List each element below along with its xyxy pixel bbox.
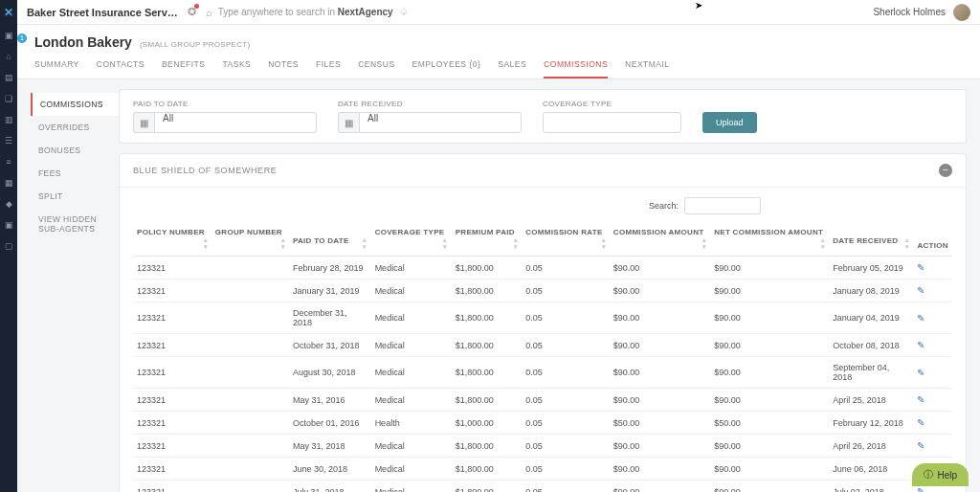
tab-benefits[interactable]: BENEFITS xyxy=(162,59,206,78)
nav-icon-reports[interactable]: ▥ xyxy=(4,115,13,124)
paid-to-date-label: PAID TO DATE xyxy=(133,100,317,108)
tab-summary[interactable]: SUMMARY xyxy=(34,59,79,78)
cursor-icon: ➤ xyxy=(695,0,702,11)
tab-tasks[interactable]: TASKS xyxy=(222,59,251,78)
calendar-icon[interactable]: ▦ xyxy=(133,112,154,133)
avatar[interactable] xyxy=(953,4,970,21)
edit-icon[interactable]: ✎ xyxy=(917,486,924,492)
top-bar: Baker Street Insurance Serv… ✪ ⌕ Type an… xyxy=(17,0,980,25)
table-row: 123321August 30, 2018Medical$1,800.000.0… xyxy=(133,357,952,389)
help-button[interactable]: ⓘ Help xyxy=(912,463,969,486)
edit-icon[interactable]: ✎ xyxy=(917,313,924,324)
collapse-icon[interactable]: − xyxy=(939,164,952,177)
nav-icon-contacts[interactable]: ▤ xyxy=(4,73,13,82)
filter-bar: PAID TO DATE ▦ All DATE RECEIVED ▦ All xyxy=(119,89,967,144)
table-row: 123321May 31, 2016Medical$1,800.000.05$9… xyxy=(133,389,952,412)
page-title: London Bakery xyxy=(34,34,132,50)
date-received-select[interactable]: All xyxy=(359,112,522,133)
nav-icon-briefcase[interactable]: ▣ xyxy=(4,220,13,230)
table-row: 123321October 01, 2016Health$1,000.000.0… xyxy=(133,412,952,435)
nav-icon-home[interactable]: ⌂ xyxy=(4,52,13,61)
edit-icon[interactable]: ✎ xyxy=(917,340,924,350)
current-user-name[interactable]: Sherlock Holmes xyxy=(873,7,946,17)
col-commission-amount[interactable]: COMMISSION AMOUNT▴▾ xyxy=(610,222,710,257)
page-subtitle: (SMALL GROUP PROSPECT) xyxy=(140,40,251,49)
subnav-commissions[interactable]: COMMISSIONS xyxy=(31,93,119,116)
notifications-icon[interactable]: ✪ xyxy=(188,6,196,18)
record-tabs: SUMMARYCONTACTSBENEFITSTASKSNOTESFILESCE… xyxy=(34,59,963,78)
calendar-icon[interactable]: ▦ xyxy=(338,112,359,133)
col-date-received[interactable]: DATE RECEIVED▴▾ xyxy=(829,222,913,257)
commissions-table: POLICY NUMBER▴▾GROUP NUMBER▴▾PAID TO DAT… xyxy=(133,222,952,492)
edit-icon[interactable]: ✎ xyxy=(917,262,924,273)
edit-icon[interactable]: ✎ xyxy=(917,285,924,296)
table-search-label: Search: xyxy=(649,201,679,211)
help-icon: ⓘ xyxy=(924,468,933,481)
subnav-fees[interactable]: FEES xyxy=(31,162,119,185)
nav-icon-money[interactable]: ≡ xyxy=(4,157,13,167)
paid-to-date-select[interactable]: All xyxy=(154,112,317,133)
tab-census[interactable]: CENSUS xyxy=(358,59,394,78)
nav-icon-dashboard[interactable]: ▣ xyxy=(4,31,13,40)
edit-icon[interactable]: ✎ xyxy=(917,394,924,405)
nav-icon-team[interactable]: ▦ xyxy=(4,178,13,188)
tab-files[interactable]: FILES xyxy=(316,59,341,78)
agency-name[interactable]: Baker Street Insurance Serv… xyxy=(27,7,178,18)
table-row: 123321October 31, 2018Medical$1,800.000.… xyxy=(133,334,952,357)
col-commission-rate[interactable]: COMMISSION RATE▴▾ xyxy=(522,222,610,257)
app-logo[interactable]: ✕ xyxy=(2,6,15,19)
tab-commissions[interactable]: COMMISSIONS xyxy=(544,59,608,78)
subnav-bonuses[interactable]: BONUSES xyxy=(31,139,119,162)
search-icon[interactable]: ⌕ xyxy=(206,7,212,18)
col-premium-paid[interactable]: PREMIUM PAID▴▾ xyxy=(452,222,522,257)
edit-icon[interactable]: ✎ xyxy=(917,417,924,428)
tab-notes[interactable]: NOTES xyxy=(268,59,299,78)
col-paid-to-date[interactable]: PAID TO DATE▴▾ xyxy=(289,222,371,257)
col-policy-number[interactable]: POLICY NUMBER▴▾ xyxy=(133,222,212,257)
coverage-type-input[interactable] xyxy=(543,112,681,133)
table-row: 123321July 31, 2018Medical$1,800.000.05$… xyxy=(133,481,952,493)
table-row: 123321June 30, 2018Medical$1,800.000.05$… xyxy=(133,458,952,481)
rail-notification-badge: 1 xyxy=(17,34,27,43)
carrier-title: BLUE SHIELD OF SOMEWHERE xyxy=(133,166,277,175)
nav-icon-box[interactable]: ❏ xyxy=(4,94,13,103)
table-row: 123321May 31, 2018Medical$1,800.000.05$9… xyxy=(133,435,952,458)
tab-employees-0-[interactable]: EMPLOYEES (0) xyxy=(412,59,481,78)
date-received-label: DATE RECEIVED xyxy=(338,100,522,108)
table-row: 123321February 28, 2019Medical$1,800.000… xyxy=(133,257,952,280)
commissions-subnav: COMMISSIONSOVERRIDESBONUSESFEESSPLITVIEW… xyxy=(31,89,119,482)
nav-icon-list[interactable]: ☰ xyxy=(4,136,13,145)
nav-icon-calendar[interactable]: ▢ xyxy=(4,241,13,251)
carrier-section-blue-shield: BLUE SHIELD OF SOMEWHERE − Search: POLIC… xyxy=(119,153,967,492)
subnav-split[interactable]: SPLIT xyxy=(31,185,119,208)
col-group-number[interactable]: GROUP NUMBER▴▾ xyxy=(212,222,289,257)
coverage-type-label: COVERAGE TYPE xyxy=(543,100,681,108)
upload-button[interactable]: Upload xyxy=(702,112,757,133)
col-action[interactable]: ACTION xyxy=(913,222,952,257)
subnav-overrides[interactable]: OVERRIDES xyxy=(31,116,119,139)
table-search-input[interactable] xyxy=(684,197,761,214)
edit-icon[interactable]: ✎ xyxy=(917,440,924,451)
tab-contacts[interactable]: CONTACTS xyxy=(97,59,145,78)
table-row: 123321January 31, 2019Medical$1,800.000.… xyxy=(133,280,952,302)
subnav-view-hidden-sub-agents[interactable]: VIEW HIDDEN SUB-AGENTS xyxy=(31,208,119,240)
tab-nextmail[interactable]: NEXTMAIL xyxy=(625,59,670,78)
tab-sales[interactable]: SALES xyxy=(498,59,526,78)
edit-icon[interactable]: ✎ xyxy=(917,368,924,378)
table-row: 123321December 31, 2018Medical$1,800.000… xyxy=(133,302,952,334)
nav-icon-agents[interactable]: ◆ xyxy=(4,199,13,209)
global-search-placeholder[interactable]: Type anywhere to search in NextAgency xyxy=(218,7,393,17)
col-net-commission-amount[interactable]: NET COMMISSION AMOUNT▴▾ xyxy=(710,222,829,257)
left-nav-rail: ✕ ▣ ⌂ ▤ ❏ ▥ ☰ ≡ ▦ ◆ ▣ ▢ xyxy=(0,0,17,492)
col-coverage-type[interactable]: COVERAGE TYPE▴▾ xyxy=(371,222,452,257)
page-header: London Bakery (SMALL GROUP PROSPECT) SUM… xyxy=(17,25,980,79)
bell-icon[interactable]: ♤ xyxy=(399,6,409,18)
